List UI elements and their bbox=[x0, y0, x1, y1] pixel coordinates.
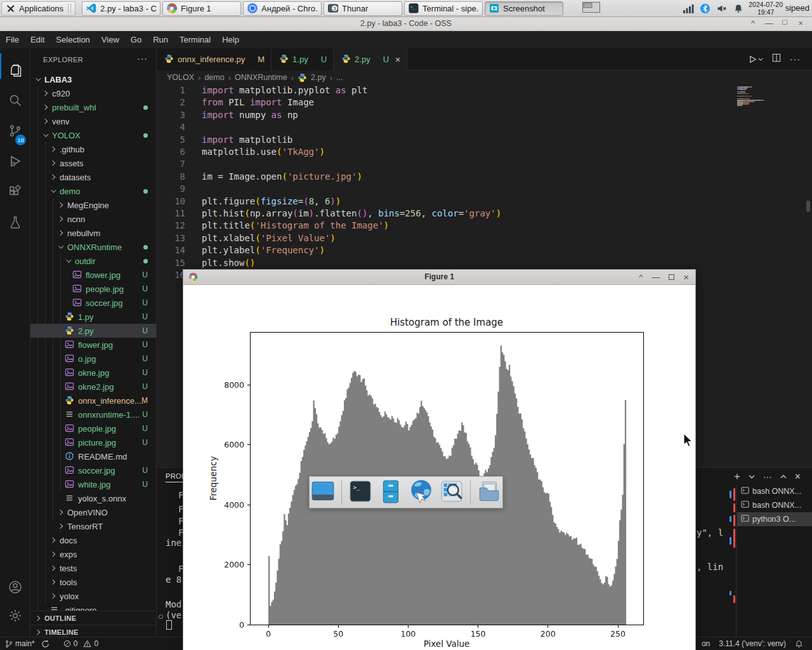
tree-item-ncnn[interactable]: ncnn bbox=[30, 212, 157, 226]
code-line-1[interactable]: 1import matplotlib.pyplot as plt bbox=[157, 84, 734, 96]
activity-explorer-icon[interactable] bbox=[0, 57, 30, 83]
volume-muted-icon[interactable] bbox=[716, 3, 728, 14]
figure-shade-button[interactable]: ^ bbox=[639, 272, 643, 282]
terminal-tab-bash-onnx-[interactable]: bash ONNX... bbox=[737, 484, 812, 498]
menu-file[interactable]: File bbox=[0, 33, 25, 46]
tree-item-exps[interactable]: exps bbox=[30, 547, 157, 561]
tree-item-venv[interactable]: venv bbox=[30, 114, 157, 128]
tree-item-white-jpg[interactable]: white.jpgU bbox=[30, 477, 157, 491]
notifications-icon[interactable] bbox=[733, 3, 743, 14]
code-line-9[interactable]: 9 bbox=[157, 183, 734, 195]
breadcrumb-item[interactable]: demo bbox=[204, 73, 224, 82]
activity-testing-icon[interactable] bbox=[0, 209, 30, 235]
command-decoration-icon[interactable] bbox=[159, 614, 163, 619]
figure-close-button[interactable]: × bbox=[683, 272, 689, 282]
application-finder-icon[interactable] bbox=[438, 478, 465, 507]
code-line-2[interactable]: 2from PIL import Image bbox=[157, 96, 734, 109]
tree-item-laba3[interactable]: LABA3 bbox=[30, 72, 157, 86]
terminal-tab-bash-onnx-[interactable]: bash ONNX... bbox=[737, 498, 812, 512]
tree-item-demo[interactable]: demo bbox=[30, 184, 157, 198]
terminal-dropdown-icon[interactable] bbox=[749, 474, 755, 479]
tree-item-c920[interactable]: c920 bbox=[30, 86, 157, 100]
tree-item-soccer-jpg[interactable]: soccer.jpgU bbox=[30, 463, 157, 477]
tree-item-picture-jpg[interactable]: picture.jpgU bbox=[30, 435, 157, 449]
taskbar-button-screenshot[interactable]: Screenshot bbox=[485, 1, 563, 16]
activity-account-icon[interactable] bbox=[0, 574, 30, 600]
code-line-7[interactable]: 7 bbox=[157, 158, 734, 170]
network-signal-icon[interactable] bbox=[683, 3, 694, 14]
panel-close-button[interactable]: × bbox=[795, 471, 801, 482]
menu-terminal[interactable]: Terminal bbox=[174, 33, 216, 46]
code-line-12[interactable]: 12plt.title('Histogram of the Image') bbox=[157, 220, 734, 232]
tree-item-onnxruntime[interactable]: ONNXRuntime bbox=[30, 240, 157, 254]
language-indicator[interactable]: on bbox=[702, 639, 710, 648]
code-line-11[interactable]: 11plt.hist(np.array(im).flatten(), bins=… bbox=[157, 208, 734, 220]
vscode-shade-button[interactable]: ^ bbox=[749, 18, 757, 28]
new-terminal-button[interactable]: + bbox=[734, 471, 740, 482]
tree-item-tensorrt[interactable]: TensorRT bbox=[30, 519, 157, 533]
web-browser-icon[interactable] bbox=[408, 478, 435, 507]
bluetooth-icon[interactable] bbox=[700, 3, 710, 14]
menu-go[interactable]: Go bbox=[125, 33, 147, 46]
applications-menu-button[interactable]: Applications bbox=[1, 1, 75, 16]
vscode-maximize-button[interactable]: ▢ bbox=[781, 18, 789, 28]
file-cabinet-icon[interactable] bbox=[377, 478, 404, 507]
activity-search-icon[interactable] bbox=[0, 88, 30, 113]
code-line-4[interactable]: 4 bbox=[157, 121, 734, 133]
terminal-emulator-icon[interactable]: >_ bbox=[347, 478, 374, 507]
code-line-15[interactable]: 15plt.show() bbox=[157, 257, 734, 269]
section-timeline[interactable]: TIMELINE bbox=[30, 625, 157, 637]
section-outline[interactable]: OUTLINE bbox=[30, 611, 157, 625]
activity-run-debug-icon[interactable] bbox=[0, 149, 30, 174]
tree-item-o-jpg[interactable]: o.jpgU bbox=[30, 352, 157, 366]
figure-titlebar[interactable]: Figure 1 ^ — × bbox=[183, 270, 695, 285]
tree-item-openvino[interactable]: OpenVINO bbox=[30, 505, 157, 519]
menu-selection[interactable]: Selection bbox=[50, 33, 95, 46]
python-interpreter-item[interactable]: 3.11.4 ('venv': venv) bbox=[719, 639, 786, 648]
tree-item-onnxruntime-1-[interactable]: onnxruntime-1....U bbox=[30, 408, 157, 421]
menu-edit[interactable]: Edit bbox=[25, 33, 50, 46]
editor-scrollbar[interactable] bbox=[806, 201, 810, 212]
vscode-minimize-button[interactable]: — bbox=[765, 18, 773, 28]
tree-item-yolox[interactable]: yolox bbox=[30, 589, 157, 603]
activity-settings-icon[interactable] bbox=[0, 603, 30, 628]
tree-item-flower-jpg[interactable]: flower.jpgU bbox=[30, 338, 157, 352]
tree-item-2-py[interactable]: 2.pyU bbox=[30, 324, 157, 338]
tree-item-onnx-inference-[interactable]: onnx_inference....M bbox=[30, 394, 157, 408]
menu-help[interactable]: Help bbox=[216, 33, 245, 46]
explorer-more-actions[interactable]: ··· bbox=[137, 53, 148, 63]
breadcrumb-item[interactable]: ONNXRuntime bbox=[235, 73, 287, 82]
more-actions-icon[interactable]: ··· bbox=[790, 54, 801, 64]
vscode-titlebar[interactable]: 2.py - laba3 - Code - OSS ^ — ▢ × bbox=[0, 17, 812, 31]
show-desktop-icon[interactable] bbox=[310, 478, 336, 507]
code-line-3[interactable]: 3import numpy as np bbox=[157, 109, 734, 121]
tree-item-yolox-s-onnx[interactable]: yolox_s.onnx bbox=[30, 491, 157, 505]
code-line-8[interactable]: 8im = Image.open('picture.jpg') bbox=[157, 171, 734, 183]
tree-item-datasets[interactable]: datasets bbox=[30, 170, 157, 184]
tree-item-nebullvm[interactable]: nebullvm bbox=[30, 226, 157, 240]
breadcrumb-item[interactable]: ... bbox=[336, 73, 343, 82]
taskbar-button--chro-[interactable]: Андрей - Chro... bbox=[243, 1, 322, 16]
tree-item-flower-jpg[interactable]: flower.jpgU bbox=[30, 268, 157, 282]
breadcrumb-item[interactable]: 2.py bbox=[311, 73, 326, 82]
file-manager-icon[interactable] bbox=[476, 478, 502, 507]
code-line-10[interactable]: 10plt.figure(figsize=(8, 6)) bbox=[157, 196, 734, 208]
taskbar-button-thunar[interactable]: 3Thunar bbox=[324, 1, 402, 16]
taskbar-button-figure-1[interactable]: Figure 1 bbox=[162, 1, 241, 16]
code-line-14[interactable]: 14plt.ylabel('Frequency') bbox=[157, 244, 734, 256]
tree-item-tests[interactable]: tests bbox=[30, 561, 157, 575]
code-line-6[interactable]: 6matplotlib.use('TkAgg') bbox=[157, 146, 734, 158]
tree-item-tools[interactable]: tools bbox=[30, 575, 157, 589]
menu-run[interactable]: Run bbox=[147, 33, 174, 46]
git-branch-item[interactable]: main* bbox=[5, 639, 35, 648]
problems-status-item[interactable]: 0 0 bbox=[63, 639, 98, 648]
taskbar-button-terminal-sipe-[interactable]: >_Terminal - sipe... bbox=[404, 1, 483, 16]
activity-extensions-icon[interactable] bbox=[0, 179, 30, 204]
tree-item-prebuilt-whl[interactable]: prebuilt_whl bbox=[30, 100, 157, 114]
breadcrumb-item[interactable]: YOLOX bbox=[167, 73, 194, 82]
code-line-13[interactable]: 13plt.xlabel('Pixel Value') bbox=[157, 232, 734, 244]
notifications-bell-icon[interactable] bbox=[795, 640, 803, 648]
workspace-pager[interactable] bbox=[582, 2, 600, 15]
tree-item-outdir[interactable]: outdir bbox=[30, 254, 157, 268]
vscode-close-button[interactable]: × bbox=[797, 18, 804, 28]
